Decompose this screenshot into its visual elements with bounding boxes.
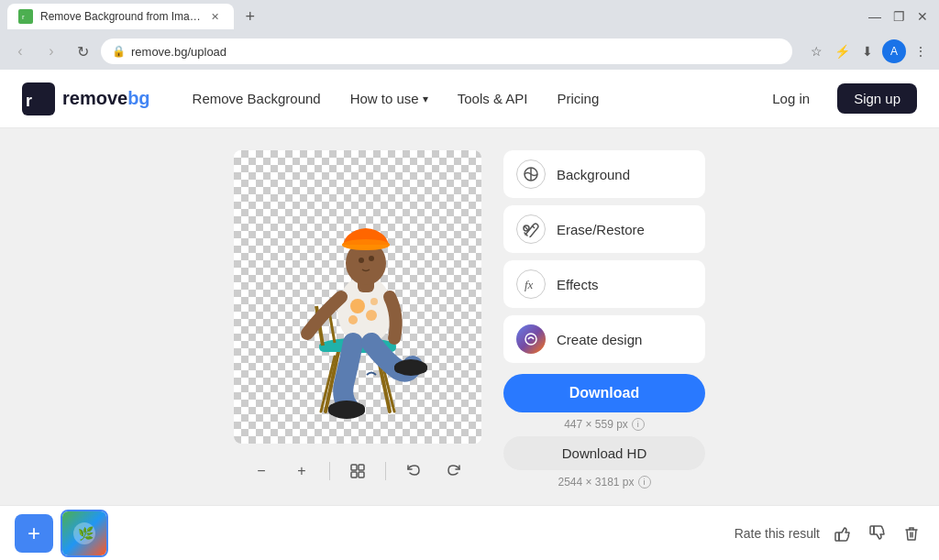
toolbar-divider-2 (385, 462, 386, 480)
image-toolbar: − + (249, 458, 467, 484)
erase-restore-label: Erase/Restore (557, 222, 645, 237)
forward-button[interactable]: › (39, 38, 64, 64)
undo-button[interactable] (401, 458, 426, 484)
add-image-button[interactable]: + (15, 514, 53, 553)
svg-rect-28 (351, 465, 357, 470)
profile-avatar[interactable]: A (882, 39, 906, 63)
rate-area: Rate this result (735, 521, 924, 546)
thumbnail-placeholder: 🌿 (62, 511, 106, 555)
svg-point-27 (342, 239, 390, 250)
svg-rect-41 (870, 526, 874, 534)
svg-text:fx: fx (525, 278, 534, 291)
url-bar[interactable]: 🔒 remove.bg/upload (101, 38, 792, 64)
nav-auth: Log in Sign up (756, 83, 917, 114)
tab-title: Remove Background from Ima… (40, 10, 201, 23)
app-container: r removebg Remove Background How to use … (0, 70, 939, 560)
svg-point-37 (525, 334, 536, 345)
create-design-label: Create design (557, 332, 642, 347)
background-tool[interactable]: Background (503, 150, 705, 198)
close-window-button[interactable]: ✕ (913, 7, 932, 26)
toolbar-divider (329, 462, 330, 480)
effects-label: Effects (557, 277, 599, 292)
svg-rect-19 (328, 404, 365, 415)
svg-text:r: r (22, 13, 25, 21)
url-text: remove.bg/upload (131, 45, 781, 59)
download-icon[interactable]: ⬇ (856, 40, 878, 62)
create-design-tool[interactable]: Create design (503, 315, 705, 363)
svg-line-35 (525, 226, 528, 230)
logo-text: removebg (62, 88, 150, 109)
delete-button[interactable] (899, 521, 924, 546)
download-button[interactable]: Download (503, 374, 705, 412)
minimize-button[interactable]: — (866, 7, 884, 26)
main-content: − + (0, 128, 939, 505)
bookmark-this-tab-icon[interactable]: ☆ (805, 40, 827, 62)
download-dimensions-small: 447 × 559 px i (503, 418, 705, 431)
extension-icon[interactable]: ⚡ (831, 40, 853, 62)
security-lock-icon: 🔒 (112, 45, 126, 58)
download-hd-button[interactable]: Download HD (503, 436, 705, 470)
svg-rect-21 (394, 363, 427, 373)
thumbs-up-button[interactable] (829, 521, 855, 546)
background-icon (516, 159, 546, 189)
fit-view-button[interactable] (345, 458, 370, 484)
tab-favicon: r (18, 9, 33, 24)
svg-rect-31 (359, 472, 364, 478)
erase-restore-icon (516, 214, 546, 244)
address-bar: ‹ › ↻ 🔒 remove.bg/upload ☆ ⚡ ⬇ A ⋮ (0, 33, 939, 70)
effects-icon: fx (516, 269, 546, 299)
erase-restore-tool[interactable]: Erase/Restore (503, 205, 705, 253)
nav-pricing[interactable]: Pricing (544, 83, 612, 114)
nav-tools-api[interactable]: Tools & API (445, 83, 541, 114)
svg-rect-30 (351, 472, 357, 478)
reload-button[interactable]: ↻ (70, 38, 95, 64)
new-tab-button[interactable]: + (238, 4, 263, 29)
zoom-in-button[interactable]: + (289, 458, 315, 484)
svg-point-17 (370, 298, 378, 305)
svg-point-15 (366, 310, 377, 321)
navbar: r removebg Remove Background How to use … (0, 70, 939, 128)
svg-rect-29 (359, 465, 364, 470)
zoom-out-button[interactable]: − (249, 458, 274, 484)
chevron-down-icon: ▾ (423, 93, 428, 105)
logo[interactable]: r removebg (22, 82, 150, 115)
svg-rect-40 (835, 533, 839, 541)
image-section: − + (234, 150, 481, 484)
tab-close-button[interactable]: ✕ (208, 9, 223, 24)
svg-point-24 (359, 258, 364, 263)
svg-text:🌿: 🌿 (78, 526, 94, 542)
window-controls: — ❐ ✕ (866, 7, 932, 26)
menu-icon[interactable]: ⋮ (910, 40, 932, 62)
login-button[interactable]: Log in (756, 83, 826, 114)
thumbnail-image[interactable]: 🌿 (61, 510, 108, 557)
person-image (266, 164, 449, 430)
redo-button[interactable] (441, 458, 467, 484)
svg-text:r: r (26, 92, 32, 110)
browser-tab[interactable]: r Remove Background from Ima… ✕ (7, 4, 234, 29)
back-button[interactable]: ‹ (7, 38, 33, 64)
info-icon-hd[interactable]: i (638, 476, 651, 489)
info-icon-small[interactable]: i (632, 418, 645, 431)
nav-how-to-use[interactable]: How to use ▾ (337, 83, 441, 114)
nav-remove-background[interactable]: Remove Background (180, 83, 334, 114)
rate-label: Rate this result (735, 526, 820, 541)
download-area: Download 447 × 559 px i Download HD 2544… (503, 374, 705, 489)
create-design-icon (516, 324, 546, 354)
thumbs-down-button[interactable] (864, 521, 889, 546)
effects-tool[interactable]: fx Effects (503, 260, 705, 308)
image-canvas[interactable] (234, 150, 481, 444)
right-panel: Background Erase/Restore (503, 150, 705, 489)
maximize-button[interactable]: ❐ (889, 7, 908, 26)
download-dimensions-hd: 2544 × 3181 px i (503, 476, 705, 489)
background-label: Background (557, 167, 630, 182)
bottom-bar: + 🌿 Rate this result (0, 505, 939, 560)
nav-links: Remove Background How to use ▾ Tools & A… (180, 83, 757, 114)
browser-toolbar: ☆ ⚡ ⬇ A ⋮ (805, 39, 932, 63)
signup-button[interactable]: Sign up (837, 83, 917, 114)
svg-point-16 (348, 315, 358, 324)
svg-point-25 (369, 256, 374, 261)
svg-point-14 (350, 299, 365, 313)
